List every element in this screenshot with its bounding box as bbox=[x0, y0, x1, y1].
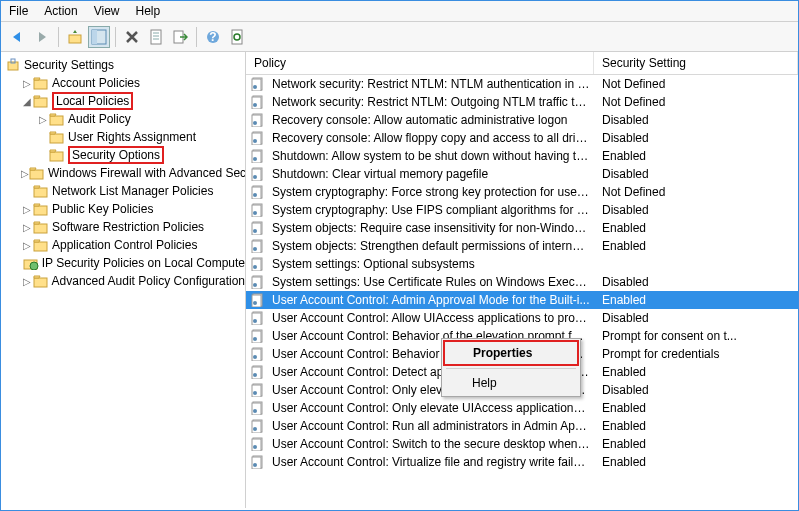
policy-row[interactable]: User Account Control: Virtualize file an… bbox=[246, 453, 798, 471]
back-arrow-icon bbox=[10, 30, 26, 44]
expander-icon[interactable]: ◢ bbox=[21, 96, 33, 107]
expander-icon[interactable]: ▷ bbox=[37, 114, 49, 125]
policy-icon bbox=[246, 329, 272, 343]
svg-rect-64 bbox=[252, 295, 261, 307]
policy-row[interactable]: Network security: Restrict NTLM: Outgoin… bbox=[246, 93, 798, 111]
svg-point-92 bbox=[253, 463, 257, 467]
tree-item[interactable]: ▷Windows Firewall with Advanced Secu bbox=[1, 164, 245, 182]
help-button[interactable]: ? bbox=[202, 26, 224, 48]
svg-point-59 bbox=[253, 265, 257, 269]
context-menu-properties[interactable]: Properties bbox=[443, 340, 579, 366]
policy-row[interactable]: System cryptography: Use FIPS compliant … bbox=[246, 201, 798, 219]
policy-list[interactable]: Network security: Restrict NTLM: NTLM au… bbox=[246, 75, 798, 508]
delete-button[interactable] bbox=[121, 26, 143, 48]
policy-row[interactable]: System settings: Optional subsystems bbox=[246, 255, 798, 273]
policy-setting: Disabled bbox=[594, 203, 798, 217]
menu-view[interactable]: View bbox=[94, 4, 120, 18]
toolbar-separator bbox=[196, 27, 197, 47]
up-button[interactable] bbox=[64, 26, 86, 48]
policy-row[interactable]: Network security: Restrict NTLM: NTLM au… bbox=[246, 75, 798, 93]
policy-row[interactable]: User Account Control: Only elevate UIAcc… bbox=[246, 399, 798, 417]
tree-item[interactable]: ▷Audit Policy bbox=[1, 110, 245, 128]
tree-item-label: Windows Firewall with Advanced Secu bbox=[48, 166, 246, 180]
policy-icon bbox=[246, 167, 272, 181]
svg-rect-37 bbox=[252, 133, 261, 145]
svg-rect-20 bbox=[34, 188, 47, 197]
menu-help[interactable]: Help bbox=[136, 4, 161, 18]
forward-button[interactable] bbox=[31, 26, 53, 48]
policy-setting: Disabled bbox=[594, 383, 798, 397]
menu-file[interactable]: File bbox=[9, 4, 28, 18]
svg-point-35 bbox=[253, 121, 257, 125]
expander-icon[interactable]: ▷ bbox=[21, 78, 33, 89]
tree-item[interactable]: IP Security Policies on Local Compute bbox=[1, 254, 245, 272]
tree-item[interactable]: ▷Advanced Audit Policy Configuration bbox=[1, 272, 245, 290]
expander-icon[interactable]: ▷ bbox=[21, 204, 33, 215]
svg-rect-43 bbox=[252, 169, 261, 181]
policy-row[interactable]: User Account Control: Run all administra… bbox=[246, 417, 798, 435]
svg-rect-16 bbox=[50, 116, 63, 125]
policy-row[interactable]: System objects: Strengthen default permi… bbox=[246, 237, 798, 255]
policy-setting: Not Defined bbox=[594, 95, 798, 109]
policy-row[interactable]: User Account Control: Allow UIAccess app… bbox=[246, 309, 798, 327]
context-menu-help[interactable]: Help bbox=[444, 372, 578, 394]
svg-rect-23 bbox=[34, 242, 47, 251]
tree-item-label: Public Key Policies bbox=[52, 202, 153, 216]
policy-setting: Enabled bbox=[594, 293, 798, 307]
tree-item[interactable]: ▷Public Key Policies bbox=[1, 200, 245, 218]
folder-icon bbox=[33, 94, 49, 108]
svg-point-65 bbox=[253, 301, 257, 305]
policy-row[interactable]: Recovery console: Allow floppy copy and … bbox=[246, 129, 798, 147]
tree-root[interactable]: Security Settings bbox=[1, 56, 245, 74]
policy-row[interactable]: Recovery console: Allow automatic admini… bbox=[246, 111, 798, 129]
policy-row[interactable]: User Account Control: Switch to the secu… bbox=[246, 435, 798, 453]
policy-icon bbox=[246, 131, 272, 145]
policy-icon bbox=[246, 77, 272, 91]
svg-rect-17 bbox=[50, 134, 63, 143]
policy-icon bbox=[246, 347, 272, 361]
policy-row[interactable]: System cryptography: Force strong key pr… bbox=[246, 183, 798, 201]
policy-icon bbox=[246, 293, 272, 307]
policy-name: User Account Control: Admin Approval Mod… bbox=[272, 293, 594, 307]
column-policy[interactable]: Policy bbox=[246, 52, 594, 74]
svg-point-32 bbox=[253, 103, 257, 107]
policy-name: System settings: Optional subsystems bbox=[272, 257, 594, 271]
svg-rect-82 bbox=[252, 403, 261, 415]
tree-item[interactable]: Network List Manager Policies bbox=[1, 182, 245, 200]
tree-item-label: Audit Policy bbox=[68, 112, 131, 126]
policy-name: System objects: Require case insensitivi… bbox=[272, 221, 594, 235]
tree-item[interactable]: ▷Application Control Policies bbox=[1, 236, 245, 254]
policy-name: User Account Control: Allow UIAccess app… bbox=[272, 311, 594, 325]
policy-name: Shutdown: Allow system to be shut down w… bbox=[272, 149, 594, 163]
svg-rect-2 bbox=[92, 30, 97, 44]
svg-point-80 bbox=[253, 391, 257, 395]
policy-icon bbox=[246, 149, 272, 163]
show-tree-button[interactable] bbox=[88, 26, 110, 48]
refresh-button[interactable] bbox=[226, 26, 248, 48]
policy-icon bbox=[246, 275, 272, 289]
export-button[interactable] bbox=[169, 26, 191, 48]
tree-item[interactable]: ▷Account Policies bbox=[1, 74, 245, 92]
expander-icon[interactable]: ▷ bbox=[21, 240, 33, 251]
back-button[interactable] bbox=[7, 26, 29, 48]
policy-row[interactable]: System settings: Use Certificate Rules o… bbox=[246, 273, 798, 291]
svg-rect-15 bbox=[34, 98, 47, 107]
tree-item[interactable]: User Rights Assignment bbox=[1, 128, 245, 146]
menu-action[interactable]: Action bbox=[44, 4, 77, 18]
policy-row[interactable]: User Account Control: Admin Approval Mod… bbox=[246, 291, 798, 309]
expander-icon[interactable]: ▷ bbox=[21, 222, 33, 233]
tree-item[interactable]: Security Options bbox=[1, 146, 245, 164]
policy-row[interactable]: System objects: Require case insensitivi… bbox=[246, 219, 798, 237]
help-icon: ? bbox=[206, 30, 220, 44]
tree-item[interactable]: ◢Local Policies bbox=[1, 92, 245, 110]
properties-button[interactable] bbox=[145, 26, 167, 48]
policy-row[interactable]: Shutdown: Allow system to be shut down w… bbox=[246, 147, 798, 165]
expander-icon[interactable]: ▷ bbox=[21, 168, 29, 179]
policy-setting: Disabled bbox=[594, 113, 798, 127]
expander-icon[interactable]: ▷ bbox=[21, 276, 33, 287]
policy-icon bbox=[246, 113, 272, 127]
folder-icon bbox=[29, 166, 45, 180]
tree-item[interactable]: ▷Software Restriction Policies bbox=[1, 218, 245, 236]
policy-row[interactable]: Shutdown: Clear virtual memory pagefileD… bbox=[246, 165, 798, 183]
column-security-setting[interactable]: Security Setting bbox=[594, 52, 798, 74]
